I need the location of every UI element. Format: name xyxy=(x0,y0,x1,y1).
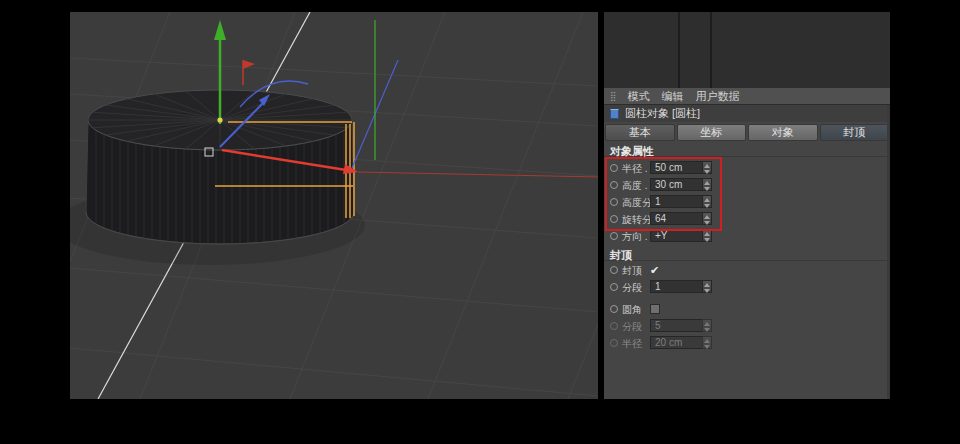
panel-divider xyxy=(678,12,680,88)
section-object-properties: 对象属性 xyxy=(604,144,890,157)
object-title-row: 圆柱对象 [圆柱] xyxy=(604,105,890,122)
property-label: 封顶 xyxy=(622,264,642,278)
spinner-icon[interactable] xyxy=(702,229,712,242)
property-row-radius: 半径 . . . 50 cm xyxy=(604,160,890,177)
anim-dot-icon xyxy=(610,322,618,330)
menu-edit[interactable]: 编辑 xyxy=(662,89,684,104)
spinner-icon[interactable] xyxy=(702,195,712,208)
viewport-3d[interactable] xyxy=(70,12,598,399)
property-label: 分段 xyxy=(622,281,642,295)
tab-object[interactable]: 对象 xyxy=(748,124,818,141)
anim-dot-icon[interactable] xyxy=(610,232,618,240)
anim-dot-icon[interactable] xyxy=(610,305,618,313)
property-row-fillet-radius: 半径 20 cm xyxy=(604,335,890,352)
menu-user-data[interactable]: 用户数据 xyxy=(696,89,740,104)
menu-mode[interactable]: 模式 xyxy=(628,89,650,104)
tab-basic[interactable]: 基本 xyxy=(605,124,675,141)
property-label: 圆角 xyxy=(622,303,642,317)
spinner-icon xyxy=(702,336,712,349)
tab-caps[interactable]: 封顶 xyxy=(820,124,890,141)
property-row-height: 高度 . . . 30 cm xyxy=(604,177,890,194)
caps-checkbox-checked[interactable]: ✔ xyxy=(650,263,659,277)
property-label: 分段 xyxy=(622,320,642,334)
spinner-icon[interactable] xyxy=(702,178,712,191)
height-segments-input[interactable]: 1 xyxy=(650,195,702,208)
anim-dot-icon[interactable] xyxy=(610,215,618,223)
application-window: ⣿ 模式 编辑 用户数据 圆柱对象 [圆柱] 基本 坐标 对象 封顶 对象属性 … xyxy=(0,0,960,444)
cap-segments-input[interactable]: 1 xyxy=(650,280,702,293)
anim-dot-icon[interactable] xyxy=(610,283,618,291)
spinner-icon xyxy=(702,319,712,332)
property-row-fillet-segments: 分段 5 xyxy=(604,318,890,335)
object-title: 圆柱对象 [圆柱] xyxy=(625,106,700,121)
spinner-icon[interactable] xyxy=(702,212,712,225)
anim-dot-icon[interactable] xyxy=(610,266,618,274)
anim-dot-icon[interactable] xyxy=(610,164,618,172)
property-row-height-segments: 高度分段 1 xyxy=(604,194,890,211)
property-row-caps: 封顶 ✔ xyxy=(604,262,890,279)
spinner-icon[interactable] xyxy=(702,161,712,174)
attribute-menu-bar: ⣿ 模式 编辑 用户数据 xyxy=(604,88,890,105)
property-row-orientation: 方向 . . . +Y xyxy=(604,228,890,245)
panel-divider xyxy=(710,12,712,88)
anim-dot-icon[interactable] xyxy=(610,198,618,206)
section-caps: 封顶 xyxy=(604,248,890,261)
attribute-tabs: 基本 坐标 对象 封顶 xyxy=(605,124,889,141)
property-row-fillet: 圆角 xyxy=(604,301,890,318)
property-label: 半径 xyxy=(622,337,642,351)
tab-coordinates[interactable]: 坐标 xyxy=(677,124,747,141)
rotation-segments-input[interactable]: 64 xyxy=(650,212,702,225)
grip-icon[interactable]: ⣿ xyxy=(610,91,616,101)
orientation-dropdown[interactable]: +Y xyxy=(650,229,702,242)
axis-origin-dot xyxy=(217,117,222,122)
caps-rows: 封顶 ✔ 分段 1 圆角 分段 5 半径 xyxy=(604,262,890,352)
radius-input[interactable]: 50 cm xyxy=(650,161,702,174)
attribute-manager-panel: ⣿ 模式 编辑 用户数据 圆柱对象 [圆柱] 基本 坐标 对象 封顶 对象属性 … xyxy=(604,12,890,399)
anim-dot-icon[interactable] xyxy=(610,181,618,189)
anim-dot-icon xyxy=(610,339,618,347)
spinner-icon[interactable] xyxy=(702,280,712,293)
property-row-rotation-segments: 旋转分段 64 xyxy=(604,211,890,228)
panel-scrollbar[interactable] xyxy=(887,105,890,399)
property-row-cap-segments: 分段 1 xyxy=(604,279,890,296)
fillet-segments-input: 5 xyxy=(650,319,702,332)
upper-viewport-fragment xyxy=(604,12,890,89)
object-properties-rows: 半径 . . . 50 cm 高度 . . . 30 cm 高度分段 1 旋转分… xyxy=(604,160,890,245)
cylinder-object-icon xyxy=(610,109,619,119)
fillet-radius-input: 20 cm xyxy=(650,336,702,349)
height-input[interactable]: 30 cm xyxy=(650,178,702,191)
fillet-checkbox-unchecked[interactable] xyxy=(650,304,660,314)
